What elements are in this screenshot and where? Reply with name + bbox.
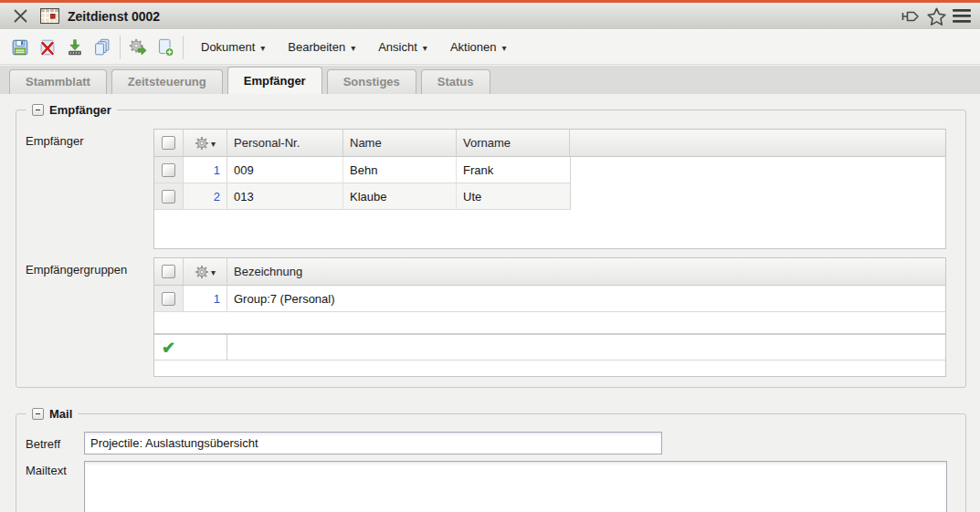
tab-empfaenger[interactable]: Empfänger [227,67,322,94]
window-title: Zeitdienst 0002 [68,9,160,24]
chevron-down-icon [260,40,265,54]
gear-run-icon [128,37,148,57]
column-header-personal-nr[interactable]: Personal-Nr. [227,130,343,156]
table-row: 1 Group:7 (Personal) [154,286,945,312]
tab-zeitsteuerung[interactable]: Zeitsteuerung [111,69,223,94]
cell-name: Klaube [343,183,457,209]
row-number-link[interactable]: 2 [184,183,227,209]
groups-label: Empfängergruppen [26,263,127,277]
row-number-link[interactable]: 1 [184,157,227,183]
mailtext-input[interactable] [84,461,947,512]
download-arrow-tray-icon [65,37,85,57]
delete-button[interactable] [34,35,61,60]
cell-bezeichnung: Group:7 (Personal) [227,286,945,311]
menu-dokument[interactable]: Dokument [192,36,274,58]
calendar-document-icon [40,8,59,24]
save-button[interactable] [6,35,34,60]
betreff-input[interactable] [84,432,662,455]
groups-grid: Bezeichnung 1 Group:7 (Personal) [153,257,946,377]
chevron-down-icon [423,40,427,54]
collapse-minus-icon[interactable] [32,408,44,420]
cell-personal-nr: 013 [227,183,343,209]
mail-groupbox-legend: Mail [26,406,78,422]
cell-personal-nr: 009 [227,157,343,183]
copy-button[interactable] [89,35,116,60]
cell-name: Behn [343,157,457,183]
floppy-disk-icon [10,37,30,57]
mailtext-label: Mailtext [26,464,67,477]
confirm-check-icon[interactable] [162,338,175,358]
chevron-down-icon [211,265,216,278]
tab-strip: Stammblatt Zeitsteuerung Empfänger Sonst… [0,66,980,94]
row-checkbox[interactable] [162,292,175,306]
row-number-link[interactable]: 1 [184,286,227,311]
tab-panel-empfaenger: Empfänger Empfänger Personal-Nr. Name Vo… [0,94,980,512]
close-icon[interactable] [10,8,30,24]
row-checkbox[interactable] [162,163,175,177]
grid-actions-button[interactable] [184,130,227,156]
cell-vorname: Ute [457,183,570,209]
recipients-grid: Personal-Nr. Name Vorname 1 009 Behn Fra… [153,129,946,249]
gear-icon [195,265,209,279]
recipients-label: Empfänger [26,134,84,148]
window-titlebar: Zeitdienst 0002 [0,0,980,29]
cell-vorname: Frank [457,157,570,183]
column-header-name[interactable]: Name [343,130,457,156]
grid-actions-button[interactable] [184,258,227,285]
new-entry-row [154,333,945,360]
select-all-checkbox[interactable] [162,265,175,278]
chevron-down-icon [351,40,355,54]
execute-button[interactable] [124,35,152,60]
menu-bearbeiten[interactable]: Bearbeiten [279,36,364,58]
table-row: 1 009 Behn Frank [154,157,571,183]
document-stack-icon [92,37,112,57]
toolbar: Dokument Bearbeiten Ansicht Aktionen [0,30,980,65]
groups-grid-header: Bezeichnung [154,258,945,286]
tab-stammblatt[interactable]: Stammblatt [9,69,107,94]
tab-sonstiges[interactable]: Sonstiges [327,69,416,94]
tab-status[interactable]: Status [421,69,490,94]
betreff-label: Betreff [26,437,60,451]
import-button[interactable] [61,35,89,60]
table-row: 2 013 Klaube Ute [154,183,571,210]
menu-ansicht[interactable]: Ansicht [369,36,437,58]
chevron-down-icon [211,136,216,150]
empty-row [154,312,945,333]
toolbar-separator [120,36,121,59]
pin-icon[interactable] [901,7,921,26]
hamburger-menu-icon[interactable] [953,8,971,24]
empfaenger-groupbox-legend: Empfänger [26,102,117,118]
menu-aktionen[interactable]: Aktionen [441,36,516,58]
column-header-filler [570,130,945,156]
collapse-minus-icon[interactable] [32,104,44,116]
select-all-checkbox[interactable] [162,136,175,150]
new-document-button[interactable] [152,35,179,60]
gear-icon [195,136,209,151]
recipients-grid-header: Personal-Nr. Name Vorname [154,130,945,157]
column-header-vorname[interactable]: Vorname [457,130,570,156]
column-header-bezeichnung[interactable]: Bezeichnung [227,258,945,285]
row-checkbox[interactable] [162,190,175,204]
document-plus-icon [155,37,175,57]
chevron-down-icon [501,40,506,54]
toolbar-separator [183,36,184,59]
floppy-red-x-icon [37,37,58,57]
favorite-star-icon[interactable] [927,7,946,26]
